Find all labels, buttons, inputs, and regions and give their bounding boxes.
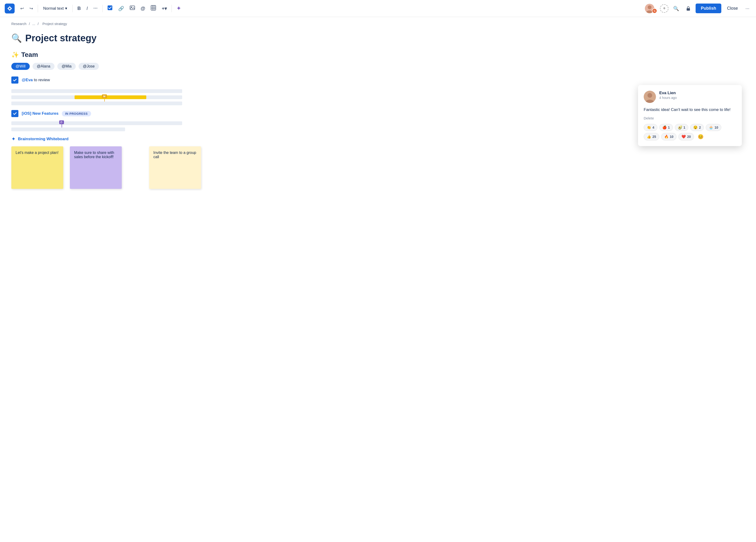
status-badge: IN PROGRESS (62, 111, 91, 116)
breadcrumb-dots[interactable]: ... (32, 22, 35, 26)
table-button[interactable] (149, 4, 158, 13)
gantt-area-2: D (11, 121, 201, 131)
whiteboard-header: ✦ Brainstorming Whiteboard (11, 136, 201, 142)
mention-mia[interactable]: @Mia (57, 63, 76, 70)
reaction-surprised-count: 2 (699, 126, 701, 129)
main-content: 🔍 Project strategy ✨ Team @Will @Alana @… (0, 28, 212, 193)
publish-button[interactable]: Publish (696, 4, 721, 13)
reaction-fire-count: 10 (670, 135, 674, 138)
checkbox-button[interactable] (105, 4, 114, 13)
team-mentions: @Will @Alana @Mia @Jose (11, 63, 201, 70)
sticky-note-2[interactable]: Make sure to share with sales before the… (70, 146, 122, 189)
whiteboard-icon: ✦ (11, 136, 16, 142)
reaction-fire[interactable]: 🔥 10 (661, 133, 677, 140)
gantt-bar-yellow (75, 95, 146, 99)
close-button[interactable]: Close (724, 4, 741, 13)
feature-task-label[interactable]: [iOS] New Features (22, 111, 59, 116)
whiteboard-title[interactable]: Brainstorming Whiteboard (18, 137, 68, 141)
svg-point-13 (647, 93, 652, 98)
reaction-thumbsup[interactable]: 👍 25 (644, 133, 659, 140)
reaction-avocado[interactable]: 🥑 1 (675, 124, 689, 131)
gantt-row-3 (11, 101, 182, 105)
gantt-row-d2 (11, 127, 125, 131)
add-reaction-button[interactable]: 😊 (696, 133, 706, 140)
svg-rect-11 (687, 8, 690, 11)
comment-delete-button[interactable]: Delete (644, 116, 736, 120)
page-title: Project strategy (25, 33, 97, 43)
comment-popup: Eva Lien 4 hours ago Fantastic idea! Can… (638, 85, 742, 146)
page-title-icon: 🔍 (11, 33, 22, 43)
comment-header: Eva Lien 4 hours ago (644, 91, 736, 103)
sticky-notes: Let's make a project plan! Make sure to … (11, 146, 201, 189)
team-heading: ✨ Team (11, 51, 201, 59)
reaction-apple-emoji: 🍎 (662, 125, 667, 130)
text-style-label: Normal text (43, 6, 64, 11)
reaction-surprised[interactable]: 😯 2 (690, 124, 704, 131)
reaction-cupcake[interactable]: 🧁 10 (706, 124, 721, 131)
feature-task-row: [iOS] New Features IN PROGRESS (11, 110, 201, 117)
mention-button[interactable]: @ (139, 4, 147, 13)
reaction-thumbsup-count: 25 (652, 135, 656, 138)
reaction-avocado-count: 1 (684, 126, 685, 129)
reaction-apple[interactable]: 🍎 1 (659, 124, 673, 131)
add-collaborator-button[interactable]: + (660, 4, 668, 13)
search-button[interactable]: 🔍 (671, 4, 681, 13)
page-title-area: 🔍 Project strategy (11, 33, 201, 43)
more-options-button[interactable]: ··· (743, 4, 751, 13)
toolbar: ↩ ↪ Normal text ▾ B I ··· 🔗 @ +▾ (0, 0, 756, 17)
svg-point-9 (648, 5, 651, 9)
task-body: to review (34, 78, 50, 82)
team-section-title: Team (21, 51, 38, 59)
lock-button[interactable] (684, 4, 693, 13)
link-button[interactable]: 🔗 (116, 4, 126, 13)
gantt-row-d1: D (11, 121, 182, 125)
gantt-marker-m: M (102, 94, 107, 98)
reaction-avocado-emoji: 🥑 (678, 125, 682, 130)
collaborators: G (645, 4, 657, 13)
reaction-heart[interactable]: ❤️ 20 (678, 133, 694, 140)
more-formatting-button[interactable]: ··· (92, 4, 100, 12)
reaction-thumbsup-emoji: 👍 (647, 134, 651, 139)
sticky-note-1[interactable]: Let's make a project plan! (11, 146, 63, 189)
reaction-clap-emoji: 👏 (647, 125, 651, 130)
comment-author-info: Eva Lien 4 hours ago (659, 91, 677, 100)
sparkle-icon: ✨ (11, 51, 19, 59)
reaction-cupcake-emoji: 🧁 (709, 125, 713, 130)
text-style-dropdown[interactable]: Normal text ▾ (41, 4, 70, 12)
image-button[interactable] (128, 4, 137, 13)
reaction-surprised-emoji: 😯 (693, 125, 698, 130)
task-text: @Eva to review (22, 78, 50, 82)
comment-time: 4 hours ago (659, 96, 677, 100)
task-row: @Eva to review (11, 76, 201, 84)
redo-button[interactable]: ↪ (28, 4, 35, 13)
undo-button[interactable]: ↩ (18, 4, 26, 13)
reaction-heart-emoji: ❤️ (681, 134, 686, 139)
bold-button[interactable]: B (76, 4, 83, 13)
toolbar-right: G + 🔍 Publish Close ··· (645, 4, 751, 13)
breadcrumb-sep-1: / (29, 22, 31, 26)
mention-will[interactable]: @Will (11, 63, 30, 70)
task-mention[interactable]: @Eva (22, 78, 33, 82)
svg-rect-1 (130, 6, 135, 10)
mention-jose[interactable]: @Jose (79, 63, 99, 70)
gantt-row-1 (11, 89, 182, 93)
app-logo[interactable] (5, 4, 15, 13)
feature-checkbox[interactable] (11, 110, 18, 117)
task-checkbox[interactable] (11, 76, 18, 84)
insert-plus-button[interactable]: +▾ (160, 4, 169, 13)
reaction-cupcake-count: 10 (714, 126, 718, 129)
dropdown-icon: ▾ (65, 6, 67, 11)
breadcrumb-research[interactable]: Research (11, 22, 26, 26)
gantt-row-2: M (11, 95, 182, 99)
svg-rect-3 (151, 5, 156, 10)
ai-button[interactable]: ✦ (175, 4, 183, 13)
mention-alana[interactable]: @Alana (33, 63, 55, 70)
avatar-badge: G (652, 8, 657, 13)
breadcrumb-current: Project strategy (42, 22, 67, 26)
italic-button[interactable]: I (84, 4, 90, 13)
reaction-clap[interactable]: 👏 4 (644, 124, 657, 131)
divider-1 (38, 5, 38, 12)
reaction-apple-count: 1 (668, 126, 670, 129)
reaction-fire-emoji: 🔥 (664, 134, 669, 139)
sticky-note-3[interactable]: Invite the team to a group call (149, 146, 201, 189)
